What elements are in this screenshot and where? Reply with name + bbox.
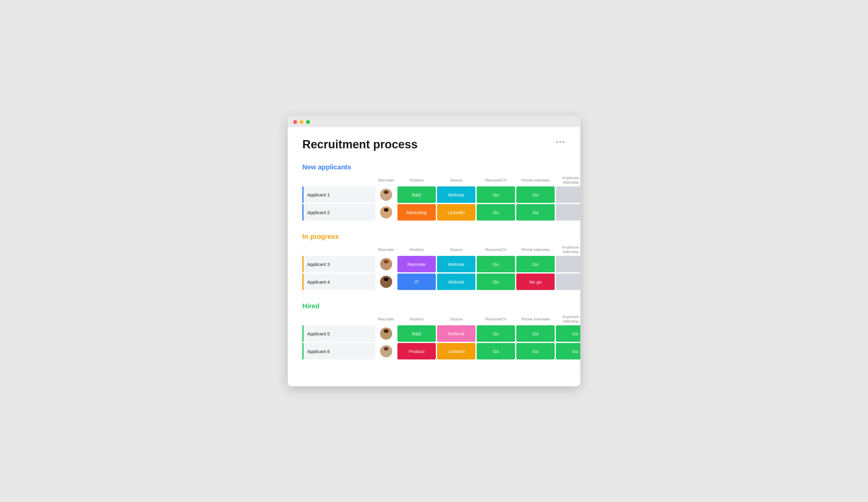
phone-cell[interactable]: Go	[516, 343, 555, 359]
applicant-name-cell[interactable]: Applicant 4	[302, 273, 375, 290]
phone-cell[interactable]: Go	[516, 256, 555, 272]
phone-cell[interactable]: Go	[516, 204, 555, 221]
avatar	[380, 206, 392, 218]
position-cell[interactable]: R&D	[397, 325, 436, 342]
page-title: Recruitment process	[302, 138, 417, 151]
table-row: Applicant 6 ProductLinkedInGoGoGo	[302, 343, 566, 359]
col-header-1-new-applicants: Recruiter	[375, 178, 397, 182]
maximize-button[interactable]	[306, 120, 310, 124]
section-in-progress: In progressRecruiterPositionSourceResume…	[302, 233, 566, 290]
col-header-1-hired: Recruiter	[375, 317, 397, 321]
section-hired: HiredRecruiterPositionSourceResume/CVPho…	[302, 302, 566, 359]
svg-point-11	[384, 260, 389, 263]
recruiter-avatar-cell	[375, 186, 397, 203]
svg-point-7	[384, 208, 389, 212]
phone-cell[interactable]: No go	[516, 273, 555, 290]
position-cell[interactable]: IT	[397, 273, 436, 290]
close-button[interactable]	[293, 120, 297, 124]
source-cell[interactable]: Website	[437, 256, 475, 272]
source-cell[interactable]: Website	[437, 273, 475, 290]
recruiter-avatar-cell	[375, 256, 397, 272]
applicant-name-cell[interactable]: Applicant 3	[302, 256, 375, 272]
minimize-button[interactable]	[300, 120, 303, 124]
col-header-5-new-applicants: Phone interview	[516, 178, 555, 182]
inperson-cell[interactable]	[556, 256, 580, 272]
inperson-cell[interactable]: Go	[556, 325, 580, 342]
source-cell[interactable]: LinkedIn	[437, 343, 475, 359]
section-title-in-progress: In progress	[302, 233, 566, 241]
source-cell[interactable]: Website	[437, 186, 475, 203]
resume-cell[interactable]: Go	[477, 186, 515, 203]
col-header-1-in-progress: Recruiter	[375, 247, 397, 252]
applicant-name-cell[interactable]: Applicant 5	[302, 325, 375, 342]
page-content: Recruitment process ••• New applicantsRe…	[288, 127, 580, 386]
phone-cell[interactable]: Go	[516, 186, 555, 203]
svg-point-15	[384, 278, 389, 281]
applicant-name-cell[interactable]: Applicant 1	[302, 186, 375, 203]
table-row: Applicant 4 ITWebsiteGoNo go	[302, 273, 566, 290]
position-cell[interactable]: Marketing	[397, 204, 436, 221]
header-row-new-applicants: RecruiterPositionSourceResume/CVPhone in…	[302, 176, 566, 186]
col-header-4-in-progress: Resume/CV	[476, 247, 516, 252]
resume-cell[interactable]: Go	[477, 204, 515, 221]
col-header-4-hired: Resume/CV	[476, 317, 516, 321]
source-cell[interactable]: LinkedIn	[437, 204, 475, 221]
inperson-cell[interactable]	[556, 204, 580, 221]
col-header-2-new-applicants: Position	[397, 178, 436, 182]
col-header-4-new-applicants: Resume/CV	[476, 178, 516, 182]
resume-cell[interactable]: Go	[477, 343, 515, 359]
resume-cell[interactable]: Go	[477, 273, 515, 290]
avatar	[380, 276, 392, 288]
header-row-in-progress: RecruiterPositionSourceResume/CVPhone in…	[302, 245, 566, 256]
section-new-applicants: New applicantsRecruiterPositionSourceRes…	[302, 163, 566, 221]
applicant-name-cell[interactable]: Applicant 2	[302, 204, 375, 221]
position-cell[interactable]: Product	[397, 343, 436, 359]
position-cell[interactable]: Recruiter	[397, 256, 436, 272]
avatar	[380, 189, 392, 201]
sections-container: New applicantsRecruiterPositionSourceRes…	[302, 163, 566, 359]
resume-cell[interactable]: Go	[477, 256, 515, 272]
table-row: Applicant 2 MarketingLinkedInGoGo	[302, 204, 566, 221]
source-cell[interactable]: Referral	[437, 325, 475, 342]
table-row: Applicant 3 RecruiterWebsiteGoGo	[302, 256, 566, 272]
resume-cell[interactable]: Go	[477, 325, 515, 342]
position-cell[interactable]: R&D	[397, 186, 436, 203]
avatar	[380, 327, 392, 339]
recruiter-avatar-cell	[375, 273, 397, 290]
recruiter-avatar-cell	[375, 325, 397, 342]
inperson-cell[interactable]	[556, 273, 580, 290]
avatar	[380, 345, 392, 357]
more-options-button[interactable]: •••	[556, 138, 566, 146]
app-window: Recruitment process ••• New applicantsRe…	[288, 116, 580, 386]
col-header-3-new-applicants: Source	[436, 178, 476, 182]
col-header-3-in-progress: Source	[436, 247, 476, 252]
col-header-2-hired: Position	[397, 317, 436, 321]
page-header: Recruitment process •••	[302, 138, 566, 151]
col-header-inperson-hired: In-person interview +	[555, 314, 580, 324]
title-bar	[288, 116, 580, 127]
recruiter-avatar-cell	[375, 343, 397, 359]
inperson-cell[interactable]	[556, 186, 580, 203]
inperson-cell[interactable]: Go	[556, 343, 580, 359]
phone-cell[interactable]: Go	[516, 325, 555, 342]
table-row: Applicant 1 R&DWebsiteGoGo	[302, 186, 566, 203]
header-row-hired: RecruiterPositionSourceResume/CVPhone in…	[302, 314, 566, 325]
section-title-hired: Hired	[302, 302, 566, 310]
col-header-2-in-progress: Position	[397, 247, 436, 252]
col-header-inperson-new-applicants: In-person interview +	[555, 176, 580, 185]
col-header-3-hired: Source	[436, 317, 476, 321]
svg-point-19	[384, 329, 389, 333]
col-header-5-hired: Phone interview	[516, 317, 555, 321]
section-title-new-applicants: New applicants	[302, 163, 566, 171]
svg-point-23	[384, 347, 389, 351]
avatar	[380, 258, 392, 270]
applicant-name-cell[interactable]: Applicant 6	[302, 343, 375, 359]
table-row: Applicant 5 R&DReferralGoGoGo	[302, 325, 566, 342]
svg-point-3	[384, 190, 389, 194]
recruiter-avatar-cell	[375, 204, 397, 221]
col-header-5-in-progress: Phone interview	[516, 247, 555, 252]
col-header-inperson-in-progress: In-person interview +	[555, 245, 580, 254]
